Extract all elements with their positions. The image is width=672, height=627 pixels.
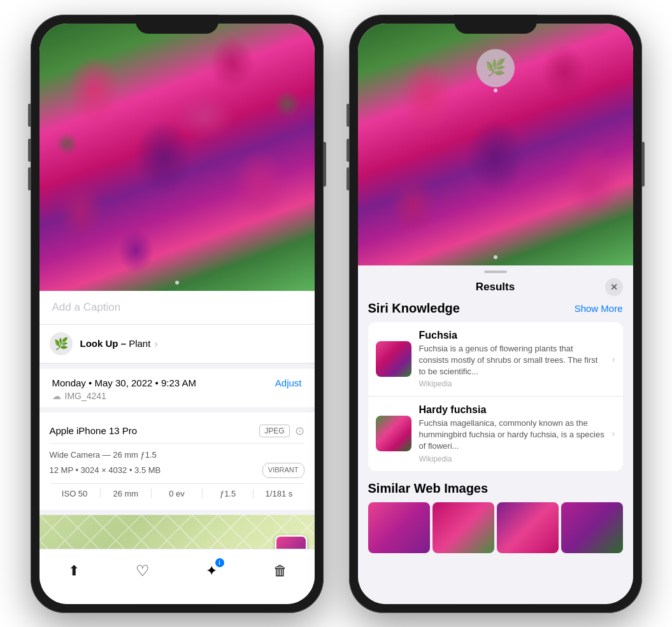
hardy-desc: Fuchsia magellanica, commonly known as t… [419, 418, 604, 453]
siri-dot [494, 88, 497, 92]
heart-icon: ♡ [136, 562, 150, 580]
info-panel: Add a Caption 🌿 Look Up – Plant › Monday… [39, 291, 315, 549]
fuchsia-info: Fuchsia Fuchsia is a genus of flowering … [419, 330, 604, 389]
knowledge-section: Siri Knowledge Show More Fuchsia Fuchsia… [358, 301, 633, 471]
siri-leaf-icon: 🌿 [485, 58, 506, 78]
similar-grid [368, 502, 623, 553]
close-button[interactable]: ✕ [605, 278, 623, 296]
format-badge: JPEG [259, 425, 289, 437]
exif-focal: 26 mm [101, 489, 152, 498]
results-sheet: Results ✕ Siri Knowledge Show More Fuchs… [358, 265, 633, 604]
fuchsia-desc: Fuchsia is a genus of flowering plants t… [419, 343, 604, 378]
map-area[interactable] [39, 515, 315, 549]
hardy-info: Hardy fuchsia Fuchsia magellanica, commo… [419, 404, 604, 463]
caption-placeholder: Add a Caption [52, 301, 121, 313]
info-button[interactable]: ✦ i [197, 557, 225, 585]
map-thumbnail [275, 535, 307, 549]
photo-area[interactable] [39, 24, 315, 291]
similar-title: Similar Web Images [368, 481, 623, 496]
chevron-icon: › [155, 338, 158, 349]
left-phone: Add a Caption 🌿 Look Up – Plant › Monday… [31, 15, 324, 613]
similar-image-4[interactable] [561, 502, 623, 553]
hardy-source: Wikipedia [419, 454, 604, 463]
device-section: Apple iPhone 13 Pro JPEG ⊙ Wide Camera —… [39, 412, 315, 510]
home-bar [139, 605, 215, 608]
date-section: Monday • May 30, 2022 • 9:23 AM Adjust ☁… [39, 369, 315, 407]
filename: IMG_4241 [65, 391, 106, 401]
knowledge-card: Fuchsia Fuchsia is a genus of flowering … [368, 322, 623, 471]
fuchsia-name: Fuchsia [419, 330, 604, 341]
date-text: Monday • May 30, 2022 • 9:23 AM [52, 377, 196, 388]
results-title: Results [476, 281, 515, 293]
delete-button[interactable]: 🗑 [266, 557, 294, 585]
hardy-fuchsia-item[interactable]: Hardy fuchsia Fuchsia magellanica, commo… [368, 397, 623, 471]
device-badges: JPEG ⊙ [259, 424, 304, 438]
adjust-button[interactable]: Adjust [275, 377, 302, 388]
device-name: Apple iPhone 13 Pro [50, 425, 138, 436]
fuchsia-item[interactable]: Fuchsia Fuchsia is a genus of flowering … [368, 322, 623, 397]
similar-image-3[interactable] [497, 502, 559, 553]
caption-field[interactable]: Add a Caption [39, 291, 315, 325]
info-badge: i [215, 558, 224, 567]
camera-specs: Wide Camera — 26 mm ƒ1.5 12 MP • 3024 × … [50, 444, 304, 484]
camera-spec-line2: 12 MP • 3024 × 4032 • 3.5 MB [50, 464, 161, 477]
fuchsia-chevron: › [612, 354, 615, 364]
home-bar-right [457, 605, 534, 608]
lookup-row[interactable]: 🌿 Look Up – Plant › [39, 325, 315, 363]
notch-right [454, 15, 537, 34]
similar-image-2[interactable] [433, 502, 494, 553]
fuchsia-source: Wikipedia [419, 379, 604, 388]
right-phone: 🌿 Results ✕ Siri Knowledge Show More [349, 15, 642, 613]
share-icon: ⬆ [68, 563, 80, 579]
settings-icon: ⊙ [295, 424, 304, 438]
exif-row: ISO 50 26 mm 0 ev ƒ1.5 1/181 s [50, 484, 304, 504]
sparkle-icon: ✦ [206, 563, 217, 579]
page-indicator [175, 281, 179, 285]
exif-ev: 0 ev [152, 489, 203, 498]
similar-image-1[interactable] [368, 502, 430, 553]
hardy-chevron: › [612, 428, 615, 439]
cloud-icon: ☁ [52, 391, 61, 401]
similar-section: Similar Web Images [358, 471, 633, 553]
share-button[interactable]: ⬆ [60, 557, 88, 585]
exif-aperture: ƒ1.5 [203, 489, 254, 498]
sheet-handle [484, 271, 507, 273]
notch [136, 15, 218, 34]
fuchsia-thumbnail [376, 341, 411, 377]
bottom-toolbar: ⬆ ♡ ✦ i 🗑 [39, 549, 315, 604]
hardy-thumbnail [376, 416, 411, 451]
results-header: Results ✕ [358, 278, 633, 301]
results-photo: 🌿 [358, 24, 633, 265]
siri-knowledge-title: Siri Knowledge [368, 301, 460, 316]
leaf-icon: 🌿 [54, 337, 68, 351]
favorite-button[interactable]: ♡ [129, 557, 157, 585]
exif-iso: ISO 50 [50, 489, 101, 498]
exif-shutter: 1/181 s [254, 489, 304, 498]
lookup-icon: 🌿 [50, 332, 73, 355]
siri-icon: 🌿 [476, 49, 515, 87]
camera-spec-line1: Wide Camera — 26 mm ƒ1.5 [50, 449, 157, 462]
vibrant-badge: VIBRANT [262, 463, 304, 478]
trash-icon: 🗑 [273, 563, 287, 579]
hardy-name: Hardy fuchsia [419, 404, 604, 416]
page-indicator-right [494, 255, 497, 259]
lookup-text: Look Up – Plant › [80, 338, 158, 349]
show-more-button[interactable]: Show More [575, 303, 623, 314]
